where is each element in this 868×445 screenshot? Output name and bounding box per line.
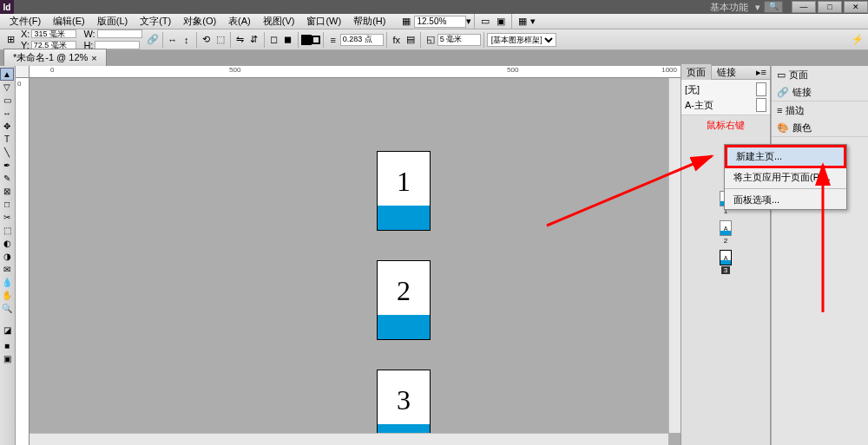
- fill-stroke-swatch[interactable]: ◪: [0, 320, 14, 339]
- bridge-icon[interactable]: ▦: [399, 15, 413, 29]
- context-menu: 新建主页... 将主页应用于页面(P)... 面板选项...: [724, 144, 847, 210]
- free-transform-tool[interactable]: ⬚: [0, 224, 14, 237]
- selection-tool[interactable]: ▲: [0, 68, 14, 81]
- menu-layout[interactable]: 版面(L): [91, 13, 134, 29]
- note-tool[interactable]: ✉: [0, 263, 14, 276]
- workspace-label[interactable]: 基本功能: [707, 1, 752, 14]
- object-style-combo[interactable]: [基本图形框架]: [487, 33, 556, 47]
- pencil-tool[interactable]: ✎: [0, 172, 14, 185]
- master-a[interactable]: A-主页: [685, 97, 766, 113]
- context-apply-master[interactable]: 将主页应用于页面(P)...: [725, 168, 846, 187]
- menu-object[interactable]: 对象(O): [177, 13, 222, 29]
- context-panel-options[interactable]: 面板选项...: [725, 191, 846, 209]
- apply-color-icon[interactable]: ■: [0, 339, 14, 352]
- menu-table[interactable]: 表(A): [222, 13, 257, 29]
- w-input[interactable]: [97, 29, 142, 38]
- eyedropper-tool[interactable]: 💧: [0, 276, 14, 289]
- fill-icon[interactable]: [301, 35, 312, 45]
- vertical-scrollbar[interactable]: [668, 78, 681, 433]
- panel-menu-icon[interactable]: ▸≡: [753, 67, 770, 78]
- type-tool[interactable]: T: [0, 133, 14, 146]
- view-mode-toggle[interactable]: ▣: [0, 352, 14, 365]
- view-mode-icon[interactable]: ▭: [478, 15, 492, 29]
- scissors-tool[interactable]: ✂: [0, 211, 14, 224]
- links-icon: 🔗: [777, 87, 789, 98]
- gradient-feather-tool[interactable]: ◑: [0, 250, 14, 263]
- reference-point-icon[interactable]: ⊞: [3, 33, 17, 47]
- horizontal-scrollbar[interactable]: [30, 433, 668, 445]
- links-tab[interactable]: 链接: [712, 64, 741, 81]
- gap-tool[interactable]: ↔: [0, 107, 14, 120]
- effects-icon[interactable]: fx: [390, 33, 404, 47]
- text-wrap-icon[interactable]: ▤: [404, 33, 418, 47]
- line-tool[interactable]: ╲: [0, 146, 14, 159]
- pen-tool[interactable]: ✒: [0, 159, 14, 172]
- pages-tab[interactable]: 页面: [681, 64, 712, 81]
- pages-panel: 页面 链接 ▸≡ [无] A-主页 鼠标右键 A 1 A 2 A 3: [681, 66, 771, 445]
- gradient-swatch-tool[interactable]: ◐: [0, 237, 14, 250]
- menu-file[interactable]: 文件(F): [3, 13, 47, 29]
- document-tab[interactable]: *未命名-1 @ 12% ×: [3, 49, 107, 66]
- page-tool[interactable]: ▭: [0, 94, 14, 107]
- close-button[interactable]: ✕: [844, 1, 868, 13]
- content-collector-tool[interactable]: ✥: [0, 120, 14, 133]
- vertical-ruler[interactable]: 0: [16, 78, 30, 445]
- master-none[interactable]: [无]: [685, 82, 766, 97]
- shear-icon[interactable]: ⬚: [214, 33, 227, 47]
- zoom-tool[interactable]: 🔍: [0, 302, 14, 315]
- menu-edit[interactable]: 编辑(E): [47, 13, 91, 29]
- select-content-icon[interactable]: ◼: [281, 33, 295, 47]
- rectangle-tool[interactable]: □: [0, 198, 14, 211]
- menu-window[interactable]: 窗口(W): [300, 13, 347, 29]
- arrange-dropdown-icon[interactable]: ▾: [530, 16, 536, 27]
- context-new-master[interactable]: 新建主页...: [727, 147, 844, 166]
- quick-apply-icon[interactable]: ⚡: [851, 33, 865, 47]
- maximize-button[interactable]: □: [818, 1, 842, 13]
- x-input[interactable]: [31, 29, 76, 38]
- stroke-weight-icon[interactable]: ≡: [326, 33, 340, 47]
- document-tab-close-icon[interactable]: ×: [91, 53, 96, 63]
- menu-help[interactable]: 帮助(H): [347, 13, 391, 29]
- side-panel-tabs: ▭ 页面 🔗 链接 ≡ 描边 🎨 颜色: [771, 66, 868, 445]
- arrange-icon[interactable]: ▦: [516, 15, 529, 29]
- hand-tool[interactable]: ✋: [0, 289, 14, 302]
- page-spread-2[interactable]: 2: [377, 260, 431, 340]
- corner-size-input[interactable]: [437, 34, 481, 46]
- zoom-dropdown-icon[interactable]: ▾: [466, 16, 471, 27]
- flip-v-icon[interactable]: ⇵: [247, 33, 261, 47]
- direct-selection-tool[interactable]: ▽: [0, 81, 14, 94]
- corner-icon[interactable]: ◱: [424, 33, 437, 47]
- stroke-weight-input[interactable]: [340, 34, 384, 46]
- scale-y-icon[interactable]: ↕: [180, 33, 194, 47]
- zoom-input[interactable]: [414, 16, 466, 28]
- annotation-text: 鼠标右键: [681, 115, 770, 135]
- stroke-icon[interactable]: [312, 36, 320, 44]
- workspace-dropdown-icon[interactable]: ▾: [755, 2, 760, 13]
- menu-view[interactable]: 视图(V): [257, 13, 301, 29]
- rectangle-frame-tool[interactable]: ⊠: [0, 185, 14, 198]
- search-icon[interactable]: 🔍: [764, 1, 783, 13]
- page-spread-1[interactable]: 1: [377, 151, 431, 231]
- scale-x-icon[interactable]: ↔: [166, 33, 180, 47]
- side-tab-pages[interactable]: ▭ 页面: [772, 66, 868, 83]
- document-tab-title: *未命名-1 @ 12%: [13, 51, 88, 64]
- menu-type[interactable]: 文字(T): [134, 13, 177, 29]
- minimize-button[interactable]: —: [792, 1, 816, 13]
- screen-mode-icon[interactable]: ▣: [494, 15, 508, 29]
- ruler-origin[interactable]: [16, 66, 30, 78]
- page-thumb-2[interactable]: A 2: [720, 220, 732, 245]
- side-tab-color[interactable]: 🎨 颜色: [772, 119, 868, 136]
- side-tab-links[interactable]: 🔗 链接: [772, 83, 868, 101]
- w-label: W:: [83, 29, 95, 39]
- pages-list: A 1 A 2 A 3: [681, 187, 770, 445]
- stroke-panel-icon: ≡: [777, 105, 782, 115]
- constrain-icon[interactable]: 🔗: [146, 33, 160, 47]
- horizontal-ruler[interactable]: 0 500 500 1000: [30, 66, 681, 78]
- rotate-icon[interactable]: ⟲: [200, 33, 214, 47]
- flip-h-icon[interactable]: ⇋: [233, 33, 247, 47]
- canvas-content[interactable]: 1 2 3: [30, 78, 681, 445]
- page-thumb-3[interactable]: A 3: [720, 250, 732, 274]
- canvas-area[interactable]: 0 500 500 1000 0 1 2 3: [16, 66, 681, 445]
- side-tab-stroke[interactable]: ≡ 描边: [772, 101, 868, 119]
- select-container-icon[interactable]: ◻: [267, 33, 281, 47]
